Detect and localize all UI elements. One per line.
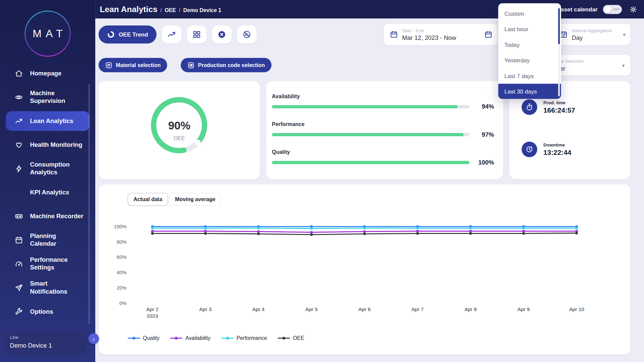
downtime-icon <box>522 141 537 157</box>
dropdown-item-yesterday[interactable]: Yesterday <box>498 53 561 68</box>
progress-fill <box>272 133 464 136</box>
legend-label: Availability <box>185 335 211 341</box>
x-tick-label: 2023 <box>147 313 158 319</box>
legend-swatch <box>278 336 290 340</box>
progress-label: Availability <box>272 93 494 99</box>
sidebar-item-label: Homepage <box>30 70 61 77</box>
sidebar-item-health-monitoring[interactable]: Health Monitoring <box>6 133 90 157</box>
asset-calendar-toggle[interactable]: OFF <box>603 5 622 14</box>
time-label: Prod. time <box>543 100 575 105</box>
sidebar-item-options[interactable]: Options <box>6 300 90 323</box>
x-tick-label: Apr 7 <box>412 306 424 312</box>
interval-label: Interval Aggregation <box>572 28 619 33</box>
breadcrumb: Lean Analytics /OEE/Demo Device 1 <box>100 4 221 14</box>
calendar-icon <box>15 236 24 244</box>
sidebar-item-kpi-analytics[interactable]: KPI Analytics <box>6 181 90 204</box>
dropdown-item-today[interactable]: Today <box>498 37 561 53</box>
series-point-availability <box>204 230 207 233</box>
material-selection-button[interactable]: Material selection <box>99 58 167 72</box>
legend-item-availability[interactable]: Availability <box>170 335 211 341</box>
legend-swatch <box>170 336 183 340</box>
progress-value: 94% <box>475 103 494 110</box>
gauge-icon <box>15 260 24 268</box>
breadcrumb-item[interactable]: Demo Device 1 <box>183 7 221 13</box>
toggle-knob <box>604 6 611 13</box>
oee-trend-button[interactable]: OEE Trend <box>99 25 156 44</box>
dropdown-scrollbar-thumb[interactable] <box>558 8 560 44</box>
line-card[interactable]: Line Demo Device 1 <box>4 331 86 355</box>
y-tick-label: 100% <box>114 224 127 229</box>
legend-swatch <box>221 336 234 340</box>
production-code-selection-button[interactable]: Production code selection <box>181 58 271 72</box>
sidebar-collapse-button[interactable]: ‹ <box>88 333 99 344</box>
sidebar-scrollbar[interactable] <box>88 84 90 324</box>
clear-button[interactable] <box>212 25 231 44</box>
line-chart-view-button[interactable] <box>162 25 181 44</box>
x-tick-label: Apr 6 <box>358 306 371 312</box>
kpi-bars-card: Availability 94%Performance 97%Quality 1… <box>266 81 503 179</box>
x-tick-label: Apr 9 <box>518 306 530 312</box>
legend-item-oee[interactable]: OEE <box>278 335 304 341</box>
legend-label: Quality <box>143 335 160 341</box>
sidebar-item-machine-supervision[interactable]: Machine Supervision <box>6 85 90 109</box>
gear-icon[interactable] <box>629 5 637 13</box>
date-range-picker[interactable]: Start - End Mar 12, 2023 - Now <box>384 24 497 45</box>
tab-actual-data[interactable]: Actual data <box>128 193 168 206</box>
date-range-label: Start - End <box>402 28 480 33</box>
dropdown-item-last-hour[interactable]: Last hour <box>498 21 561 37</box>
trend-chart-card: Actual data Moving average 100%80%60%40%… <box>99 184 631 355</box>
series-point-availability <box>151 230 154 233</box>
grid-view-button[interactable] <box>187 25 207 44</box>
interval-aggregation-select[interactable]: Interval Aggregation Day ▾ <box>554 24 631 45</box>
sidebar-item-label: Machine Supervision <box>30 89 65 105</box>
series-point-oee <box>310 233 313 236</box>
sidebar-item-machine-recorder[interactable]: Machine Recorder <box>6 204 90 228</box>
eye-icon <box>15 93 24 101</box>
interval-value: Day <box>572 34 619 41</box>
progress-label: Performance <box>272 121 494 127</box>
no-chart-icon <box>242 30 251 39</box>
logo-text: MAT <box>25 11 70 56</box>
sidebar-item-label: Lean Analytics <box>30 117 73 125</box>
legend-label: Performance <box>236 335 267 341</box>
x-tick-label: Apr 5 <box>305 306 318 312</box>
sidebar-item-performance-settings[interactable]: Performance Settings <box>6 252 90 276</box>
progress-bar-availability <box>272 105 470 108</box>
oee-gauge-value: 90% <box>99 119 260 132</box>
chevron-down-icon: ▾ <box>622 62 625 68</box>
time-range-dropdown: CustomLast hourTodayYesterdayLast 7 days… <box>498 3 561 99</box>
legend-item-quality[interactable]: Quality <box>128 335 160 341</box>
series-point-oee <box>363 233 366 235</box>
x-circle-icon <box>217 30 226 39</box>
time-value: 13:22:44 <box>543 148 571 157</box>
oee-trend-chart: 100%80%60%40%20%0%Apr 22023Apr 3Apr 4Apr… <box>99 209 631 332</box>
grid-icon <box>192 30 201 39</box>
legend-item-performance[interactable]: Performance <box>221 335 267 341</box>
sidebar-item-label: Consumption Analytics <box>30 161 69 176</box>
home-icon <box>15 69 24 77</box>
dropdown-item-last-7-days[interactable]: Last 7 days <box>498 68 561 84</box>
progress-fill <box>272 161 470 164</box>
sidebar-item-lean-analytics[interactable]: Lean Analytics <box>6 111 90 131</box>
topbar: Lean Analytics /OEE/Demo Device 1 Asset … <box>95 0 644 18</box>
series-point-performance <box>363 227 366 230</box>
dropdown-item-custom[interactable]: Custom <box>498 6 561 21</box>
tab-moving-average[interactable]: Moving average <box>169 193 221 206</box>
sidebar-item-smart-notifications[interactable]: Smart Notifications <box>6 276 90 300</box>
y-tick-label: 40% <box>117 270 126 275</box>
calendar-icon[interactable] <box>484 31 492 39</box>
series-point-availability <box>257 230 260 233</box>
date-range-value: Mar 12, 2023 - Now <box>402 34 480 41</box>
dropdown-item-last-30-days[interactable]: Last 30 days <box>498 84 561 99</box>
pie-chart-icon <box>107 31 115 39</box>
sidebar-item-planning-calendar[interactable]: Planning Calendar <box>6 228 90 252</box>
toggle-state: OFF <box>613 7 620 11</box>
sidebar-item-homepage[interactable]: Homepage <box>6 62 90 85</box>
no-data-view-button[interactable] <box>237 25 257 44</box>
x-tick-label: Apr 2 <box>146 306 159 312</box>
sidebar-item-consumption-analytics[interactable]: Consumption Analytics <box>6 157 90 181</box>
sidebar-item-label: Options <box>30 308 53 315</box>
breadcrumb-item[interactable]: OEE <box>165 7 176 13</box>
calendar-icon <box>390 31 398 39</box>
x-tick-label: Apr 8 <box>465 306 477 312</box>
